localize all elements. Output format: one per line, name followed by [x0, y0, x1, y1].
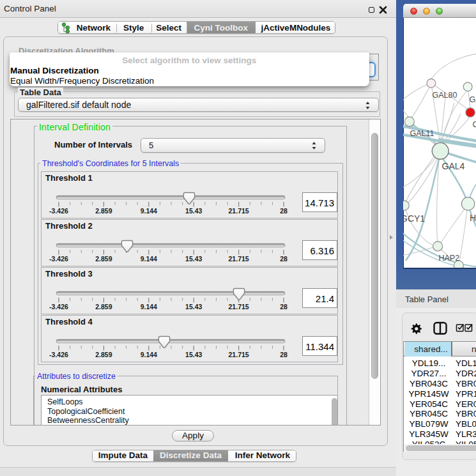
svg-text:GAL80: GAL80	[433, 91, 457, 100]
svg-text:GAL11: GAL11	[410, 129, 434, 138]
svg-text:H: H	[470, 213, 476, 223]
svg-text:C: C	[473, 120, 476, 129]
svg-text:GCY1: GCY1	[403, 213, 425, 224]
svg-text:GA: GA	[470, 95, 476, 104]
svg-text:GAL4: GAL4	[442, 161, 465, 171]
svg-text:HAP2: HAP2	[439, 254, 460, 263]
